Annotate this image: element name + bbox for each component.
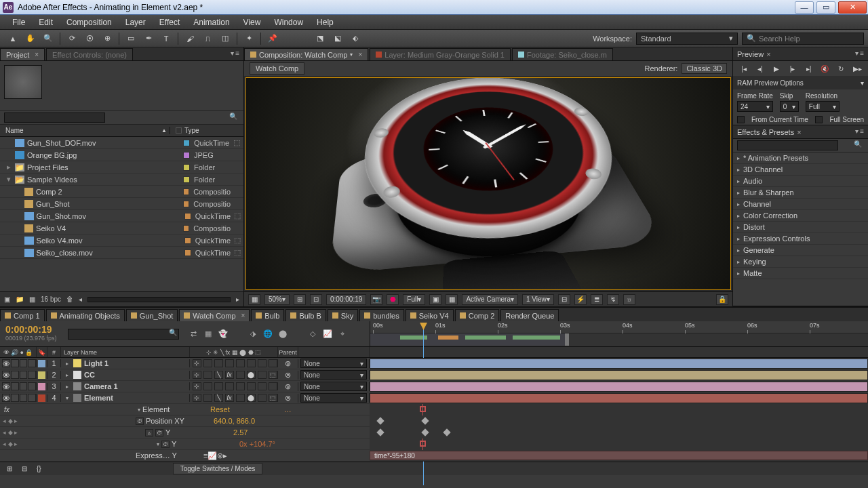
property-row[interactable]: ◂ ◆ ▸⏱Position XY640.0, 866.0	[0, 415, 370, 427]
workspace-dropdown[interactable]: Standard▾	[636, 33, 738, 45]
text-tool-icon[interactable]: T	[159, 32, 174, 45]
layer-row[interactable]: 👁2▸CC⊹╲fx⬤⬚⊚None▾	[0, 369, 370, 381]
project-item[interactable]: ▾📂Sample VideosFolder	[0, 174, 243, 186]
parent-pickwhip-icon[interactable]: ⊚	[278, 394, 298, 403]
snap-icon[interactable]: ⌖	[336, 328, 349, 340]
snapshot-icon[interactable]: 📷	[370, 294, 382, 305]
clone-tool-icon[interactable]: ⎍	[200, 32, 215, 45]
panel-menu-icon[interactable]: ▾≡	[855, 127, 865, 135]
col-type[interactable]: Type	[184, 127, 199, 134]
comp-flow-icon[interactable]: ↯	[607, 294, 619, 305]
fast-draft-icon[interactable]: ⚡	[574, 294, 587, 305]
panel-menu-icon[interactable]: ▾≡	[855, 49, 865, 57]
frame-blend-icon[interactable]: ⬗	[247, 328, 259, 340]
timeline-tab[interactable]: Sky	[328, 309, 358, 321]
toggle-switches-button[interactable]: Toggle Switches / Modes	[173, 463, 263, 474]
fast-preview-icon[interactable]: ⊡	[310, 294, 322, 305]
eraser-tool-icon[interactable]: ◫	[218, 32, 233, 45]
roto-tool-icon[interactable]: ✦	[241, 32, 256, 45]
parent-dropdown[interactable]: None▾	[300, 359, 367, 368]
expression-bar[interactable]: time*-95+180	[370, 451, 868, 460]
local-axis-icon[interactable]: ⬔	[313, 32, 328, 45]
timeline-tab[interactable]: Comp 2	[455, 309, 500, 321]
menu-edit[interactable]: Edit	[32, 15, 60, 30]
always-preview-icon[interactable]: ▦	[248, 294, 260, 305]
resolution-dropdown[interactable]: Full▾	[806, 101, 840, 112]
layer-bar[interactable]	[370, 370, 868, 380]
layer-row[interactable]: 👁3▸Camera 1⊹⊚None▾	[0, 381, 370, 392]
timeline-tab[interactable]: Comp 1	[0, 309, 45, 321]
resolution-dropdown[interactable]: Full ▾	[403, 294, 425, 305]
timeline-tab[interactable]: Bulb B	[285, 309, 326, 321]
current-timecode[interactable]: 0:00:00:19	[5, 324, 62, 335]
last-frame-icon[interactable]: ▸|	[802, 63, 814, 74]
shy-icon[interactable]: 👻	[217, 328, 229, 340]
menu-animation[interactable]: Animation	[186, 15, 236, 30]
effects-category[interactable]: Color Correction	[733, 210, 868, 222]
menu-effect[interactable]: Effect	[153, 15, 186, 30]
layer-row[interactable]: 👁1▸Light 1⊹⊚None▾	[0, 358, 370, 369]
effects-category[interactable]: Matte	[733, 268, 868, 279]
keyframe[interactable]	[421, 428, 429, 436]
layer-bar[interactable]	[370, 382, 868, 392]
expand-icon[interactable]: ⊞	[7, 465, 12, 472]
zoom-tool-icon[interactable]: 🔍	[41, 32, 56, 45]
timeline-tab[interactable]: Render Queue	[500, 309, 559, 321]
project-tab[interactable]: Project×	[0, 48, 45, 60]
timeline-tab[interactable]: Animating Objects	[46, 309, 125, 321]
trash-icon[interactable]: 🗑	[66, 296, 73, 303]
brackets-icon[interactable]: {}	[37, 465, 41, 472]
auto-keyframe-icon[interactable]: ◇	[307, 328, 319, 340]
layer-row[interactable]: 👁4▾Element⊹╲fx⬤⬚⊚None▾	[0, 392, 370, 404]
parent-dropdown[interactable]: None▾	[300, 393, 367, 403]
layer-bar[interactable]	[370, 393, 868, 403]
menu-help[interactable]: Help	[310, 15, 340, 30]
breadcrumb-current[interactable]: Watch Comp	[250, 62, 304, 75]
bpc-label[interactable]: 16 bpc	[41, 296, 61, 303]
skip-dropdown[interactable]: 0▾	[780, 101, 799, 112]
timeline-tab[interactable]: Seiko V4	[406, 309, 454, 321]
parent-dropdown[interactable]: None▾	[300, 370, 367, 380]
project-list[interactable]: Gun_Shot_DOF.movQuickTime⬚Orange BG.jpgJ…	[0, 137, 243, 291]
minimize-button[interactable]: —	[795, 1, 814, 14]
hand-tool-icon[interactable]: ✋	[23, 32, 38, 45]
col-layer-name[interactable]: Layer Name	[61, 347, 190, 357]
keyframe[interactable]	[376, 428, 384, 436]
keyframe[interactable]	[421, 417, 429, 424]
interpret-icon[interactable]: ▣	[4, 296, 10, 303]
3d-view-dropdown[interactable]: Active Camera ▾	[462, 294, 518, 305]
rotation-tool-icon[interactable]: ⟳	[64, 32, 79, 45]
timeline-icon[interactable]: ≣	[591, 294, 603, 305]
composition-viewer[interactable]	[245, 77, 731, 290]
zoom-dropdown[interactable]: 50% ▾	[264, 294, 290, 305]
property-row[interactable]: Express… Y≡ 📈 ⊚ ▸	[0, 450, 370, 462]
channel-icon[interactable]: ⬣	[387, 294, 399, 305]
effects-panel-tab[interactable]: Effects & Presets×▾≡	[733, 125, 868, 139]
timeline-tab[interactable]: Watch Comp×	[179, 309, 250, 321]
graph-editor-icon[interactable]: 📈	[321, 328, 334, 340]
new-comp-icon[interactable]: ▦	[29, 296, 35, 303]
expr-lang-icon[interactable]: ▸	[223, 451, 227, 460]
effects-category[interactable]: Blur & Sharpen	[733, 187, 868, 199]
project-item[interactable]: Gun_Shot.movQuickTime⬚	[0, 210, 243, 222]
lock-icon[interactable]: 🔒	[716, 294, 728, 305]
menu-file[interactable]: File	[5, 15, 32, 30]
timeline-tab[interactable]: bundles	[359, 309, 404, 321]
parent-dropdown[interactable]: None▾	[300, 382, 367, 391]
col-name[interactable]: Name	[5, 127, 24, 134]
project-item[interactable]: ▸📁Project FilesFolder	[0, 161, 243, 174]
effects-category[interactable]: 3D Channel	[733, 164, 868, 176]
frame-rate-dropdown[interactable]: 24▾	[737, 101, 773, 112]
work-area-end[interactable]	[565, 333, 569, 346]
motion-blur-icon[interactable]: 🌐	[262, 328, 274, 340]
time-ruler[interactable]: 00s01s02s03s04s05s06s07s	[370, 321, 868, 346]
roi-icon[interactable]: ▣	[429, 294, 441, 305]
effects-category[interactable]: * Animation Presets	[733, 152, 868, 164]
preview-panel-tab[interactable]: Preview×▾≡	[733, 47, 868, 61]
stopwatch-icon[interactable]: ⏱	[161, 441, 170, 448]
expr-graph-icon[interactable]: 📈	[208, 451, 217, 460]
parent-pickwhip-icon[interactable]: ⊚	[278, 382, 298, 391]
play-icon[interactable]: ▶	[770, 63, 783, 74]
keyframe[interactable]	[376, 417, 384, 424]
rectangle-tool-icon[interactable]: ▭	[123, 32, 138, 45]
